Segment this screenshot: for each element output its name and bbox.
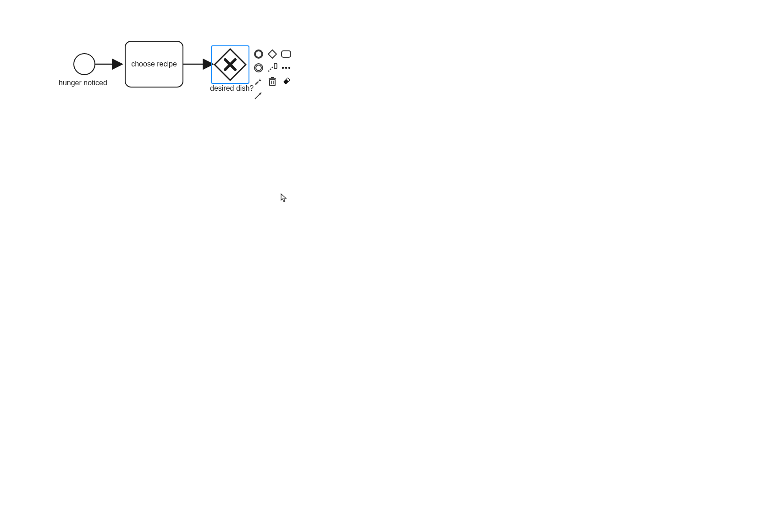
gateway-label: desired dish? (210, 84, 254, 93)
svg-point-11 (270, 68, 271, 70)
task-label: choose recipe (131, 60, 177, 68)
start-event[interactable] (73, 53, 95, 75)
mouse-cursor-icon (281, 193, 287, 203)
ctx-empty-2 (280, 89, 292, 101)
svg-marker-6 (268, 50, 276, 58)
color-icon[interactable] (280, 76, 292, 88)
svg-point-17 (285, 67, 287, 69)
append-gateway-icon[interactable] (266, 48, 278, 60)
svg-point-16 (282, 67, 284, 69)
svg-point-18 (288, 67, 290, 69)
exclusive-gateway[interactable] (214, 48, 247, 81)
svg-rect-7 (282, 51, 291, 57)
context-pad (252, 48, 293, 102)
trash-icon[interactable] (266, 76, 278, 88)
svg-line-14 (267, 64, 274, 68)
wrench-icon[interactable] (253, 76, 265, 88)
diagram-canvas[interactable]: hunger noticed choose recipe (0, 0, 779, 532)
start-event-label: hunger noticed (59, 79, 107, 87)
append-end-event-icon[interactable] (253, 48, 265, 60)
connect-icon[interactable] (253, 89, 265, 101)
svg-point-10 (268, 70, 269, 71)
append-intermediate-event-icon[interactable] (253, 62, 265, 74)
task-choose-recipe[interactable]: choose recipe (125, 41, 183, 88)
sequence-flow-1[interactable] (95, 59, 126, 70)
ctx-empty-1 (266, 89, 278, 101)
svg-point-5 (255, 50, 262, 58)
append-task-icon[interactable] (280, 48, 292, 60)
more-options-icon[interactable] (280, 62, 292, 74)
svg-rect-19 (270, 79, 275, 86)
svg-point-12 (271, 66, 273, 68)
svg-rect-24 (283, 77, 291, 85)
connect-sequence-icon[interactable] (266, 62, 278, 74)
svg-point-9 (256, 65, 261, 71)
